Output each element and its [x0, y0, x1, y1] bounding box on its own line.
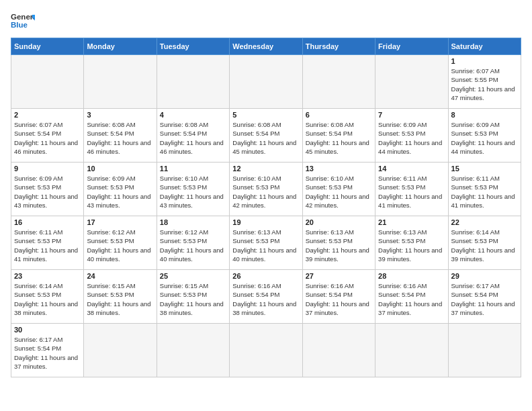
calendar-day: 16Sunrise: 6:11 AMSunset: 5:53 PMDayligh… [11, 216, 84, 270]
logo-icon: General Blue [11, 11, 35, 30]
calendar-day: 23Sunrise: 6:14 AMSunset: 5:53 PMDayligh… [11, 270, 84, 324]
calendar-day: 30Sunrise: 6:17 AMSunset: 5:54 PMDayligh… [11, 324, 84, 377]
calendar-day: 19Sunrise: 6:13 AMSunset: 5:53 PMDayligh… [230, 216, 302, 270]
calendar-day: 1Sunrise: 6:07 AMSunset: 5:55 PMDaylight… [448, 55, 521, 109]
day-number: 4 [160, 111, 226, 119]
day-number: 10 [87, 165, 153, 173]
day-info: Sunrise: 6:09 AMSunset: 5:53 PMDaylight:… [378, 120, 445, 156]
calendar-day [448, 324, 521, 377]
calendar-day: 8Sunrise: 6:09 AMSunset: 5:53 PMDaylight… [448, 109, 521, 163]
calendar-day [11, 55, 84, 109]
weekday-header-saturday: Saturday [448, 38, 521, 55]
calendar-day: 5Sunrise: 6:08 AMSunset: 5:54 PMDaylight… [230, 109, 302, 163]
calendar-day: 17Sunrise: 6:12 AMSunset: 5:53 PMDayligh… [84, 216, 157, 270]
svg-text:General: General [11, 13, 35, 21]
day-number: 11 [160, 165, 226, 173]
calendar-day [84, 324, 157, 377]
day-number: 12 [232, 165, 299, 173]
calendar-day [375, 324, 448, 377]
day-info: Sunrise: 6:09 AMSunset: 5:53 PMDaylight:… [14, 174, 81, 210]
day-info: Sunrise: 6:08 AMSunset: 5:54 PMDaylight:… [232, 120, 299, 156]
calendar-day: 11Sunrise: 6:10 AMSunset: 5:53 PMDayligh… [157, 163, 229, 216]
calendar-day: 21Sunrise: 6:13 AMSunset: 5:53 PMDayligh… [375, 216, 448, 270]
calendar-day: 10Sunrise: 6:09 AMSunset: 5:53 PMDayligh… [84, 163, 157, 216]
calendar-day [230, 324, 302, 377]
day-number: 22 [451, 218, 518, 226]
calendar-day: 2Sunrise: 6:07 AMSunset: 5:54 PMDaylight… [11, 109, 84, 163]
calendar-day: 24Sunrise: 6:15 AMSunset: 5:53 PMDayligh… [84, 270, 157, 324]
calendar-day: 15Sunrise: 6:11 AMSunset: 5:53 PMDayligh… [448, 163, 521, 216]
day-number: 20 [306, 218, 372, 226]
weekday-header-row: SundayMondayTuesdayWednesdayThursdayFrid… [11, 38, 521, 55]
calendar-day [302, 55, 375, 109]
day-info: Sunrise: 6:11 AMSunset: 5:53 PMDaylight:… [451, 174, 518, 210]
day-info: Sunrise: 6:09 AMSunset: 5:53 PMDaylight:… [451, 120, 518, 156]
day-number: 7 [378, 111, 445, 119]
day-info: Sunrise: 6:15 AMSunset: 5:53 PMDaylight:… [160, 281, 226, 317]
day-info: Sunrise: 6:16 AMSunset: 5:54 PMDaylight:… [232, 281, 299, 317]
day-info: Sunrise: 6:17 AMSunset: 5:54 PMDaylight:… [14, 335, 81, 371]
day-number: 27 [306, 272, 372, 280]
page-header: General Blue [11, 11, 521, 30]
day-number: 16 [14, 218, 81, 226]
calendar-week-4: 16Sunrise: 6:11 AMSunset: 5:53 PMDayligh… [11, 216, 521, 270]
day-number: 3 [87, 111, 153, 119]
calendar-week-3: 9Sunrise: 6:09 AMSunset: 5:53 PMDaylight… [11, 163, 521, 216]
logo: General Blue [11, 11, 35, 30]
calendar-day: 14Sunrise: 6:11 AMSunset: 5:53 PMDayligh… [375, 163, 448, 216]
calendar-day: 22Sunrise: 6:14 AMSunset: 5:53 PMDayligh… [448, 216, 521, 270]
calendar-day: 4Sunrise: 6:08 AMSunset: 5:54 PMDaylight… [157, 109, 229, 163]
calendar-day: 25Sunrise: 6:15 AMSunset: 5:53 PMDayligh… [157, 270, 229, 324]
calendar-day [157, 55, 229, 109]
calendar-day [157, 324, 229, 377]
calendar-day: 9Sunrise: 6:09 AMSunset: 5:53 PMDaylight… [11, 163, 84, 216]
day-info: Sunrise: 6:13 AMSunset: 5:53 PMDaylight:… [378, 228, 445, 263]
weekday-header-friday: Friday [375, 38, 448, 55]
calendar-week-2: 2Sunrise: 6:07 AMSunset: 5:54 PMDaylight… [11, 109, 521, 163]
day-info: Sunrise: 6:16 AMSunset: 5:54 PMDaylight:… [306, 281, 372, 317]
day-number: 18 [160, 218, 226, 226]
day-info: Sunrise: 6:09 AMSunset: 5:53 PMDaylight:… [87, 174, 153, 210]
weekday-header-monday: Monday [84, 38, 157, 55]
day-info: Sunrise: 6:10 AMSunset: 5:53 PMDaylight:… [306, 174, 372, 210]
day-info: Sunrise: 6:11 AMSunset: 5:53 PMDaylight:… [14, 228, 81, 263]
day-info: Sunrise: 6:15 AMSunset: 5:53 PMDaylight:… [87, 281, 153, 317]
calendar-week-1: 1Sunrise: 6:07 AMSunset: 5:55 PMDaylight… [11, 55, 521, 109]
weekday-header-sunday: Sunday [11, 38, 84, 55]
day-number: 29 [451, 272, 518, 280]
calendar-day: 27Sunrise: 6:16 AMSunset: 5:54 PMDayligh… [302, 270, 375, 324]
calendar-day: 12Sunrise: 6:10 AMSunset: 5:53 PMDayligh… [230, 163, 302, 216]
day-info: Sunrise: 6:14 AMSunset: 5:53 PMDaylight:… [14, 281, 81, 317]
day-number: 15 [451, 165, 518, 173]
calendar-week-6: 30Sunrise: 6:17 AMSunset: 5:54 PMDayligh… [11, 324, 521, 377]
calendar-day: 18Sunrise: 6:12 AMSunset: 5:53 PMDayligh… [157, 216, 229, 270]
day-info: Sunrise: 6:12 AMSunset: 5:53 PMDaylight:… [160, 228, 226, 263]
day-number: 25 [160, 272, 226, 280]
day-number: 13 [306, 165, 372, 173]
day-info: Sunrise: 6:08 AMSunset: 5:54 PMDaylight:… [160, 120, 226, 156]
day-number: 30 [14, 326, 81, 334]
day-info: Sunrise: 6:08 AMSunset: 5:54 PMDaylight:… [87, 120, 153, 156]
calendar-day: 20Sunrise: 6:13 AMSunset: 5:53 PMDayligh… [302, 216, 375, 270]
day-number: 21 [378, 218, 445, 226]
calendar-day: 26Sunrise: 6:16 AMSunset: 5:54 PMDayligh… [230, 270, 302, 324]
day-info: Sunrise: 6:10 AMSunset: 5:53 PMDaylight:… [232, 174, 299, 210]
calendar-day [230, 55, 302, 109]
day-number: 8 [451, 111, 518, 119]
day-info: Sunrise: 6:10 AMSunset: 5:53 PMDaylight:… [160, 174, 226, 210]
day-number: 24 [87, 272, 153, 280]
day-number: 23 [14, 272, 81, 280]
day-info: Sunrise: 6:13 AMSunset: 5:53 PMDaylight:… [306, 228, 372, 263]
day-number: 1 [451, 57, 518, 65]
calendar-day [302, 324, 375, 377]
calendar-day [84, 55, 157, 109]
day-number: 2 [14, 111, 81, 119]
day-info: Sunrise: 6:14 AMSunset: 5:53 PMDaylight:… [451, 228, 518, 263]
day-number: 14 [378, 165, 445, 173]
calendar-day: 28Sunrise: 6:16 AMSunset: 5:54 PMDayligh… [375, 270, 448, 324]
day-number: 19 [232, 218, 299, 226]
day-number: 26 [232, 272, 299, 280]
calendar-day: 3Sunrise: 6:08 AMSunset: 5:54 PMDaylight… [84, 109, 157, 163]
day-number: 28 [378, 272, 445, 280]
day-number: 17 [87, 218, 153, 226]
